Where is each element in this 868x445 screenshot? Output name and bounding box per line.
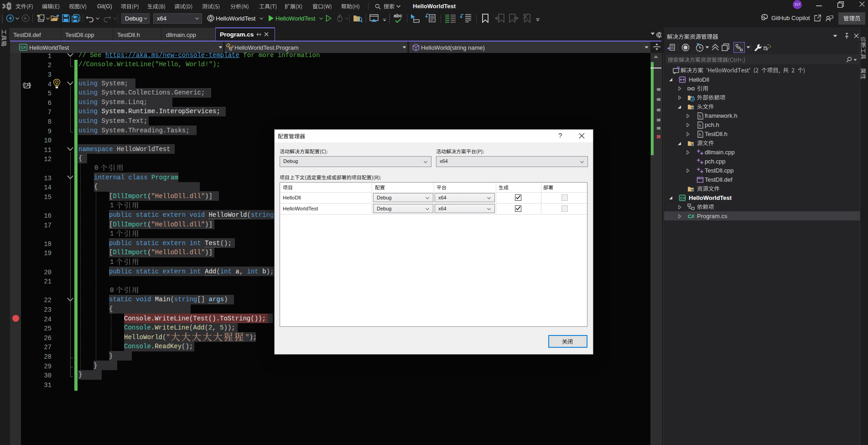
svg-text:C#: C# <box>21 45 26 50</box>
svg-text:C#: C# <box>688 214 694 219</box>
svg-text:h: h <box>699 124 701 128</box>
svg-text:C#: C# <box>680 196 685 200</box>
svg-text:h: h <box>699 133 701 137</box>
svg-text:h: h <box>699 115 701 119</box>
